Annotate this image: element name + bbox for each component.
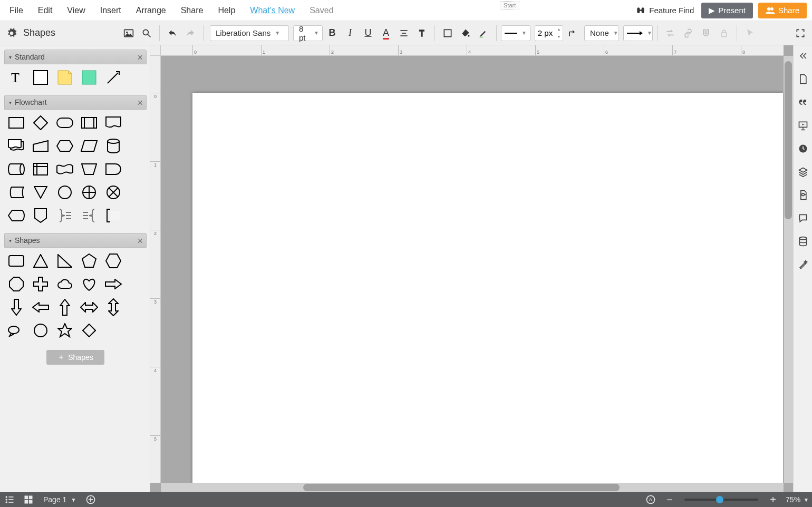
sh-heart[interactable] [80, 275, 98, 293]
fc-display[interactable] [7, 207, 25, 225]
zoom-handle[interactable] [716, 496, 723, 503]
shape-block[interactable] [32, 69, 50, 86]
text-align-button[interactable] [395, 25, 412, 42]
fc-preparation[interactable] [56, 137, 74, 155]
sh-arrow-left[interactable] [32, 298, 50, 316]
dock-history-button[interactable] [796, 141, 810, 156]
fc-multidoc[interactable] [7, 137, 25, 155]
fc-process[interactable] [7, 114, 25, 132]
fc-document[interactable] [104, 114, 122, 132]
dock-shapedata-button[interactable] [796, 188, 810, 202]
sh-arrow-up[interactable] [56, 298, 74, 316]
sh-arrow-down[interactable] [7, 298, 25, 316]
ruler-horizontal[interactable]: 0123456789 [161, 45, 784, 56]
fc-off-page[interactable] [32, 207, 50, 225]
menu-edit[interactable]: Edit [31, 0, 60, 21]
fc-summing[interactable] [104, 183, 122, 201]
scrollbar-vertical[interactable] [784, 56, 793, 483]
sh-rect[interactable] [7, 252, 25, 270]
zoom-slider[interactable] [684, 499, 758, 501]
swap-button[interactable] [662, 25, 679, 42]
menu-whats-new[interactable]: What's New [243, 0, 302, 21]
add-shapes-button[interactable]: ＋ Shapes [46, 350, 104, 365]
dock-comments-button[interactable] [796, 211, 810, 226]
sh-triangle[interactable] [32, 252, 50, 270]
link-button[interactable] [680, 25, 697, 42]
shape-note[interactable] [56, 69, 74, 86]
manage-shapes-button[interactable] [3, 25, 20, 42]
close-icon[interactable]: × [137, 52, 143, 63]
italic-button[interactable]: I [342, 25, 359, 42]
share-button[interactable]: Share [758, 3, 807, 18]
fc-manual-op[interactable] [80, 160, 98, 178]
scroll-thumb-h[interactable] [303, 484, 620, 491]
sb-marker-button[interactable]: A [641, 492, 660, 507]
sh-diamond[interactable] [80, 321, 98, 339]
menu-arrange[interactable]: Arrange [129, 0, 173, 21]
border-color-button[interactable] [439, 25, 456, 42]
dock-collapse-button[interactable] [796, 48, 810, 63]
sh-star[interactable] [56, 321, 74, 339]
sh-arrow-ud[interactable] [104, 298, 122, 316]
line-dash-dropdown[interactable]: None ▼ [584, 25, 619, 41]
close-icon[interactable]: × [137, 97, 143, 109]
arrow-style-dropdown[interactable]: ▼ [623, 25, 653, 41]
menu-help[interactable]: Help [210, 0, 243, 21]
add-page-button[interactable] [81, 492, 100, 507]
fc-brace-left[interactable] [80, 207, 98, 225]
sh-circle[interactable] [32, 321, 50, 339]
sh-right-triangle[interactable] [56, 252, 74, 270]
canvas-viewport[interactable] [161, 56, 784, 483]
ruler-vertical[interactable]: 012345 [150, 56, 161, 483]
menu-view[interactable]: View [60, 0, 92, 21]
fc-brace-right[interactable] [56, 207, 74, 225]
sh-callout[interactable] [7, 321, 25, 339]
dock-context-button[interactable] [796, 95, 810, 110]
dock-data-button[interactable] [796, 234, 810, 249]
fullscreen-button[interactable] [792, 25, 809, 42]
sh-octagon[interactable] [7, 275, 25, 293]
sh-cross[interactable] [32, 275, 50, 293]
step-down-icon[interactable]: ▼ [555, 33, 563, 41]
feature-find-button[interactable]: Feature Find [628, 5, 701, 16]
fc-decision[interactable] [32, 114, 50, 132]
dock-actions-button[interactable] [796, 257, 810, 272]
scrollbar-horizontal[interactable] [161, 483, 784, 492]
line-width-input[interactable] [535, 28, 555, 38]
font-size-dropdown[interactable]: 8 pt ▼ [293, 25, 323, 41]
close-icon[interactable]: × [137, 236, 143, 247]
sh-hexagon[interactable] [104, 252, 122, 270]
bold-button[interactable]: B [324, 25, 341, 42]
scroll-thumb-v[interactable] [785, 61, 792, 219]
highlight-button[interactable] [475, 25, 492, 42]
zoom-out-button[interactable]: − [660, 492, 679, 507]
canvas-page[interactable] [192, 93, 783, 483]
search-shapes-button[interactable] [138, 25, 155, 42]
fc-predefined[interactable] [80, 114, 98, 132]
cursor-button[interactable] [741, 25, 758, 42]
fc-data-input[interactable] [32, 137, 50, 155]
sh-arrow-lr[interactable] [80, 298, 98, 316]
dock-present-button[interactable] [796, 118, 810, 133]
fc-terminator[interactable] [56, 114, 74, 132]
group-shapes-header[interactable]: ▾ Shapes × [4, 233, 147, 248]
shape-line[interactable] [104, 69, 122, 86]
fc-stored-data[interactable] [7, 183, 25, 201]
menu-file[interactable]: File [2, 0, 31, 21]
shape-hotspot[interactable] [80, 69, 98, 86]
fill-color-button[interactable] [457, 25, 474, 42]
redo-button[interactable] [182, 25, 199, 42]
undo-button[interactable] [164, 25, 181, 42]
text-box-button[interactable] [413, 25, 430, 42]
font-family-dropdown[interactable]: Liberation Sans ▼ [210, 25, 289, 41]
menu-insert[interactable]: Insert [93, 0, 129, 21]
sb-grid-view-button[interactable] [19, 492, 38, 507]
present-button[interactable]: ▶ Present [701, 3, 753, 18]
step-up-icon[interactable]: ▲ [555, 26, 563, 33]
underline-button[interactable]: U [360, 25, 376, 42]
magnet-button[interactable] [698, 25, 714, 42]
sh-pentagon[interactable] [80, 252, 98, 270]
fc-delay[interactable] [104, 160, 122, 178]
dock-layers-button[interactable] [796, 164, 810, 179]
group-flowchart-header[interactable]: ▾ Flowchart × [4, 95, 147, 110]
